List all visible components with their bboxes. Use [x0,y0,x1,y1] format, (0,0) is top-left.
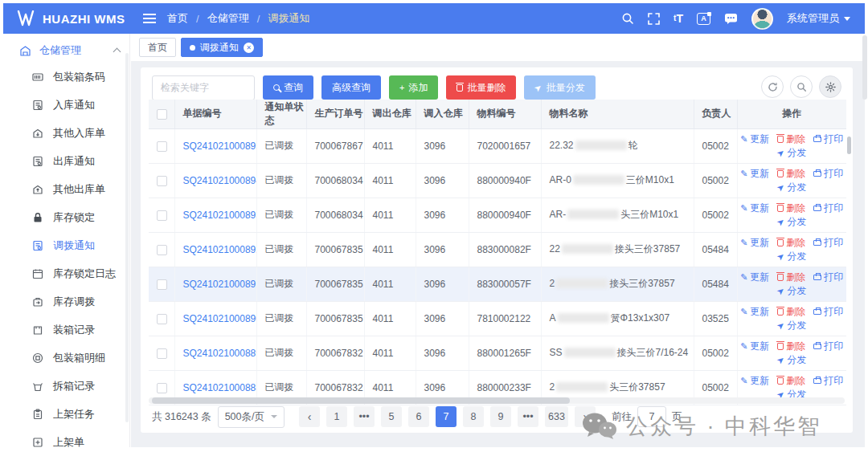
page-button-5[interactable]: 5 [381,406,402,427]
doc-no-link[interactable]: SQ241021000891 [183,279,257,290]
print-link[interactable]: 打印 [813,374,843,388]
row-checkbox[interactable] [157,314,167,324]
goto-page-input[interactable] [637,406,666,427]
sidebar-item-shelving-task[interactable]: 上架任务 [3,400,129,428]
user-avatar[interactable] [751,8,773,30]
print-link[interactable]: 打印 [813,236,843,250]
batch-dispatch-button[interactable]: ➤ 批量分发 [524,75,595,100]
fullscreen-icon[interactable] [648,13,660,25]
update-link[interactable]: ✎更新 [740,305,769,319]
dispatch-link[interactable]: ➤分发 [777,319,806,332]
dispatch-link[interactable]: ➤分发 [777,284,806,298]
doc-no-link[interactable]: SQ241021000888 [183,382,257,393]
search-input[interactable] [152,75,255,100]
delete-link[interactable]: 删除 [777,340,805,353]
print-link[interactable]: 打印 [813,305,843,319]
advanced-query-button[interactable]: 高级查询 [321,75,381,100]
dispatch-link[interactable]: ➤分发 [777,215,806,229]
update-link[interactable]: ✎更新 [740,236,769,250]
print-link[interactable]: 打印 [813,340,843,353]
delete-link[interactable]: 删除 [777,374,805,388]
doc-no-link[interactable]: SQ241021000889 [183,348,257,359]
delete-link[interactable]: 删除 [777,202,805,215]
user-menu[interactable]: 系统管理员 [787,11,850,26]
next-page-button[interactable]: › [575,406,596,427]
page-button-7-active[interactable]: 7 [436,406,457,427]
sidebar-item-unboxing-record[interactable]: 拆箱记录 [3,372,129,400]
page-button-633[interactable]: 633 [545,406,568,427]
row-checkbox[interactable] [157,348,167,359]
page-size-select[interactable]: 500条/页 [218,406,285,428]
doc-no-link[interactable]: SQ241021000894 [183,175,257,186]
sidebar-item-box-barcode[interactable]: 包装箱条码 [3,63,129,91]
sidebar-item-outbound-notice[interactable]: 出库通知 [3,147,129,175]
search-icon[interactable] [621,12,634,25]
sidebar-item-inbound-notice[interactable]: 入库通知 [3,91,129,119]
sidebar-item-stock-lock-log[interactable]: 库存锁定日志 [3,259,129,287]
row-checkbox[interactable] [157,383,167,393]
page-button-8[interactable]: 8 [463,406,484,427]
delete-link[interactable]: 删除 [777,305,805,319]
update-link[interactable]: ✎更新 [740,374,769,388]
sidebar-item-other-inbound[interactable]: 其他入库单 [3,119,129,147]
query-button[interactable]: 查询 [263,75,313,100]
settings-gear-button[interactable] [819,75,841,98]
doc-no-link[interactable]: SQ241021000892 [183,244,257,255]
update-link[interactable]: ✎更新 [740,340,769,353]
sidebar-item-box-detail[interactable]: 包装箱明细 [3,344,129,372]
page-scrollbar[interactable] [862,35,867,100]
sidebar-item-other-outbound[interactable]: 其他出库单 [3,175,129,203]
message-icon[interactable] [724,13,738,25]
page-ellipsis[interactable]: ••• [518,406,538,427]
update-link[interactable]: ✎更新 [740,167,769,181]
sidebar-group-warehouse[interactable]: 仓储管理 [3,39,129,63]
delete-link[interactable]: 删除 [777,167,805,181]
page-ellipsis[interactable]: ••• [354,406,375,427]
delete-link[interactable]: 删除 [777,271,805,284]
prev-page-button[interactable]: ‹ [299,406,320,427]
delete-link[interactable]: 删除 [777,236,805,250]
doc-no-link[interactable]: SQ241021000893 [183,210,257,221]
print-link[interactable]: 打印 [813,167,843,181]
refresh-button[interactable] [761,75,784,98]
menu-toggle-icon[interactable] [143,14,156,23]
sidebar-item-packing-record[interactable]: 装箱记录 [3,316,129,344]
batch-delete-button[interactable]: 批量删除 [446,75,516,100]
update-link[interactable]: ✎更新 [740,132,769,146]
update-link[interactable]: ✎更新 [740,271,769,284]
print-link[interactable]: 打印 [813,132,843,146]
update-link[interactable]: ✎更新 [740,202,769,215]
print-link[interactable]: 打印 [813,202,843,215]
add-button[interactable]: + 添加 [389,75,438,100]
sidebar-item-transfer-notice[interactable]: 调拨通知 [3,231,129,259]
translate-icon[interactable]: A [697,13,710,25]
row-checkbox[interactable] [157,176,167,186]
font-size-icon[interactable]: tT [674,13,683,24]
dispatch-link[interactable]: ➤分发 [777,250,806,263]
select-all-checkbox[interactable] [157,109,167,120]
tab-transfer-notice[interactable]: 调拨通知 ✕ [181,38,263,57]
breadcrumb-module[interactable]: 仓储管理 [207,11,249,26]
doc-no-link[interactable]: SQ241021000895 [183,140,257,152]
dispatch-link[interactable]: ➤分发 [777,353,806,367]
sidebar-scrollbar[interactable] [125,53,129,422]
page-button-9[interactable]: 9 [490,406,511,427]
sidebar-item-stock-lock[interactable]: 库存锁定 [3,203,129,231]
doc-no-link[interactable]: SQ241021000890 [183,313,257,324]
row-checkbox[interactable] [157,210,167,221]
horizontal-scrollbar-track[interactable] [149,397,845,404]
row-checkbox[interactable] [157,279,167,290]
page-button-6[interactable]: 6 [408,406,429,427]
tab-home[interactable]: 首页 [139,38,176,57]
horizontal-scrollbar-thumb[interactable] [152,397,570,404]
table-vertical-scrollbar[interactable] [847,136,851,154]
page-button-1[interactable]: 1 [326,406,347,427]
close-icon[interactable]: ✕ [244,43,254,53]
delete-link[interactable]: 删除 [777,132,805,146]
dispatch-link[interactable]: ➤分发 [777,181,806,194]
print-link[interactable]: 打印 [813,271,843,284]
zoom-button[interactable] [790,75,813,98]
row-checkbox[interactable] [157,245,167,255]
dispatch-link[interactable]: ➤分发 [777,146,806,160]
breadcrumb-home[interactable]: 首页 [167,11,188,26]
